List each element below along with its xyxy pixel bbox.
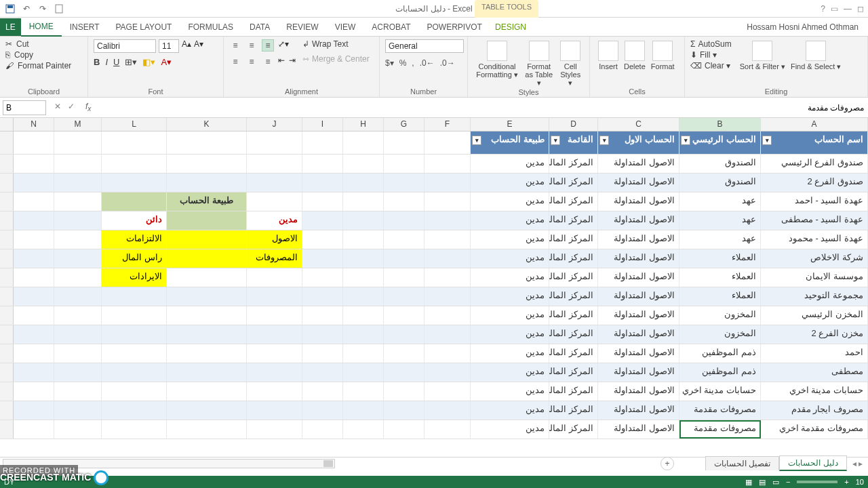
cell[interactable]: الاصول المتداولة [598, 382, 679, 401]
clear-button[interactable]: ⌫Clear ▾ [690, 61, 732, 70]
cell[interactable] [343, 363, 384, 382]
help-icon[interactable]: ? [821, 4, 825, 14]
view-layout-icon[interactable]: ▤ [759, 478, 766, 487]
cell[interactable] [54, 192, 102, 211]
cell[interactable] [247, 268, 302, 287]
cell[interactable]: مصطفى [761, 363, 868, 382]
accounting-icon[interactable]: $▾ [385, 58, 394, 68]
cell[interactable] [302, 192, 343, 211]
cell[interactable] [343, 287, 384, 306]
cell[interactable] [14, 306, 54, 325]
align-center-icon[interactable]: ≡ [245, 56, 258, 68]
cell[interactable] [302, 131, 343, 154]
cell[interactable] [343, 131, 384, 154]
cell[interactable] [343, 192, 384, 211]
cell[interactable] [425, 382, 471, 401]
cell[interactable] [302, 382, 343, 401]
cell[interactable] [167, 249, 247, 268]
cell[interactable] [102, 401, 167, 420]
cell[interactable]: المركز المالي [549, 306, 598, 325]
cell[interactable]: مدين [471, 230, 549, 249]
cell[interactable] [14, 174, 54, 192]
cell[interactable] [167, 325, 247, 344]
cell[interactable]: الالتزامات [102, 230, 167, 249]
merge-center-button[interactable]: ⇿Merge & Center [302, 54, 370, 64]
cell[interactable]: مدين [471, 401, 549, 420]
row-gutter[interactable] [0, 131, 14, 154]
cell[interactable] [167, 420, 247, 439]
row-gutter[interactable] [0, 249, 14, 268]
cell[interactable] [167, 174, 247, 192]
cell[interactable] [167, 401, 247, 420]
cell[interactable] [425, 131, 471, 154]
tab-file[interactable]: LE [0, 18, 21, 36]
filter-dropdown-icon[interactable]: ▾ [551, 136, 560, 145]
cell[interactable] [247, 287, 302, 306]
cell[interactable] [54, 401, 102, 420]
cell[interactable]: مدين [471, 325, 549, 344]
cell[interactable] [343, 382, 384, 401]
cell[interactable]: الايرادات [102, 268, 167, 287]
cell[interactable] [167, 344, 247, 363]
cell[interactable] [167, 287, 247, 306]
cell[interactable] [14, 155, 54, 173]
cell[interactable] [54, 249, 102, 268]
table-header[interactable]: اسم الحساب▾ [761, 131, 868, 154]
cell[interactable]: الاصول المتداولة [598, 420, 679, 439]
col-header[interactable]: C [598, 118, 679, 131]
cell[interactable]: مدين [471, 268, 549, 287]
cell[interactable]: مدين [471, 174, 549, 192]
cell[interactable] [384, 382, 425, 401]
cell[interactable] [102, 155, 167, 173]
minimize-icon[interactable]: — [844, 4, 852, 14]
insert-button[interactable]: Insert [595, 39, 621, 72]
fill-button[interactable]: ⬇Fill ▾ [690, 50, 732, 60]
cell[interactable] [54, 325, 102, 344]
cell[interactable]: المركز المالي [549, 268, 598, 287]
cell[interactable] [247, 344, 302, 363]
cell[interactable]: مدين [471, 382, 549, 401]
cell[interactable] [425, 211, 471, 230]
align-bottom-icon[interactable]: ≡ [262, 39, 274, 52]
cell[interactable] [425, 174, 471, 192]
cell[interactable]: المركز المالي [549, 174, 598, 192]
font-size-select[interactable]: 11 [159, 39, 179, 53]
cell[interactable]: الاصول المتداولة [598, 249, 679, 268]
cell[interactable] [167, 268, 247, 287]
cell[interactable] [425, 401, 471, 420]
cell[interactable] [425, 363, 471, 382]
cell[interactable] [384, 155, 425, 173]
cell[interactable] [102, 174, 167, 192]
cell[interactable]: الاصول [247, 230, 302, 249]
cell[interactable] [343, 306, 384, 325]
cell[interactable] [102, 344, 167, 363]
horizontal-scrollbar[interactable]: + تفصيل الحسابات دليل الحسابات ◂ ▸ [0, 457, 868, 469]
row-gutter[interactable] [0, 174, 14, 192]
zoom-in-icon[interactable]: + [844, 478, 848, 486]
cell[interactable] [343, 268, 384, 287]
delete-button[interactable]: Delete [621, 39, 648, 72]
cell[interactable]: عهدة السيد - احمد [761, 192, 868, 211]
cell[interactable] [384, 230, 425, 249]
cell[interactable] [14, 363, 54, 382]
cell[interactable]: ذمم الموظفين [679, 344, 761, 363]
cell[interactable] [425, 420, 471, 439]
formula-input[interactable] [100, 100, 868, 115]
indent-increase-icon[interactable]: ⇥ [289, 56, 296, 68]
cell[interactable]: الاصول المتداولة [598, 192, 679, 211]
cell[interactable]: الصندوق [679, 155, 761, 173]
cell[interactable] [343, 230, 384, 249]
col-header[interactable]: H [343, 118, 384, 131]
cell[interactable] [384, 344, 425, 363]
align-left-icon[interactable]: ≡ [229, 56, 241, 68]
cell[interactable] [384, 131, 425, 154]
cell[interactable] [425, 192, 471, 211]
row-gutter[interactable] [0, 230, 14, 249]
col-header[interactable]: L [102, 118, 167, 131]
cell[interactable] [14, 420, 54, 439]
cell[interactable] [247, 363, 302, 382]
worksheet-grid[interactable]: N M L K J I H G F E D C B A طبيعة الحساب… [0, 118, 868, 457]
cell[interactable]: مدين [471, 287, 549, 306]
cell[interactable]: عهدة السيد - مصطفى [761, 211, 868, 230]
align-top-icon[interactable]: ≡ [229, 39, 241, 52]
